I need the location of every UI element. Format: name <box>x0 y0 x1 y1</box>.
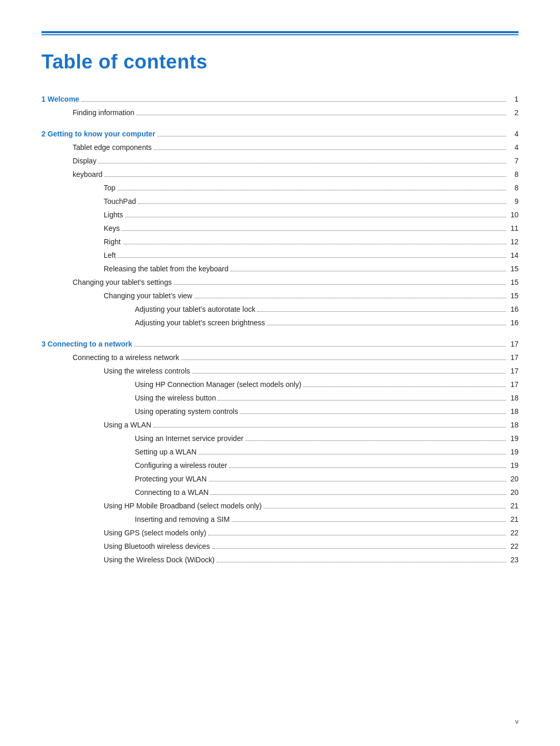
toc-dots-entry-tablet-edge <box>154 149 506 150</box>
toc-page-entry-setting-up-wlan: 19 <box>508 447 519 458</box>
toc-page-entry-display: 7 <box>508 156 519 167</box>
toc-label-entry-protecting-wlan: Protecting your WLAN <box>135 474 207 485</box>
toc-dots-entry-configuring-router <box>229 467 506 468</box>
toc-container: 1 Welcome1Finding information22 Getting … <box>41 94 519 565</box>
toc-entry-entry-changing-settings[interactable]: Changing your tablet’s settings15 <box>41 277 519 288</box>
toc-page-entry-using-os-controls: 18 <box>508 406 519 417</box>
toc-page-entry-using-wireless-button: 18 <box>508 393 519 404</box>
toc-page-entry-using-isp: 19 <box>508 433 519 444</box>
toc-entry-entry-left[interactable]: Left14 <box>41 250 519 261</box>
toc-label-entry-using-bluetooth: Using Bluetooth wireless devices <box>104 541 210 552</box>
toc-page-entry-adjusting-autorotate: 16 <box>508 304 519 315</box>
toc-page-section-1: 1 <box>508 94 519 105</box>
toc-page-section-3: 17 <box>508 339 519 350</box>
toc-label-entry-touchpad: TouchPad <box>104 196 136 207</box>
toc-dots-entry-keyboard <box>105 176 506 177</box>
toc-page-entry-using-gps: 22 <box>508 528 519 538</box>
toc-page-entry-changing-settings: 15 <box>508 277 519 288</box>
toc-entry-entry-releasing-tablet[interactable]: Releasing the tablet from the keyboard15 <box>41 264 519 274</box>
toc-entry-entry-right[interactable]: Right12 <box>41 237 519 247</box>
toc-label-entry-using-widock: Using the Wireless Dock (WiDock) <box>104 555 215 565</box>
toc-entry-entry-tablet-edge[interactable]: Tablet edge components4 <box>41 142 519 153</box>
toc-entry-section-3[interactable]: 3 Connecting to a network17 <box>41 339 519 350</box>
toc-entry-entry-connecting-wireless[interactable]: Connecting to a wireless network17 <box>41 352 519 363</box>
toc-dots-entry-left <box>118 257 506 258</box>
toc-entry-entry-using-isp[interactable]: Using an Internet service provider19 <box>41 433 519 444</box>
toc-dots-entry-using-gps <box>208 535 506 535</box>
toc-page-entry-right: 12 <box>508 237 519 247</box>
toc-entry-entry-adjusting-brightness[interactable]: Adjusting your tablet’s screen brightnes… <box>41 317 519 328</box>
toc-page-entry-keyboard: 8 <box>508 169 519 180</box>
toc-dots-entry-changing-settings <box>174 284 506 285</box>
toc-label-entry-inserting-sim: Inserting and removing a SIM <box>135 514 230 525</box>
toc-entry-entry-protecting-wlan[interactable]: Protecting your WLAN20 <box>41 474 519 485</box>
toc-entry-entry-changing-view[interactable]: Changing your tablet’s view15 <box>41 291 519 301</box>
toc-label-entry-adjusting-brightness: Adjusting your tablet’s screen brightnes… <box>135 317 265 328</box>
toc-entry-entry-lights[interactable]: Lights10 <box>41 210 519 220</box>
toc-label-entry-connecting-wlan: Connecting to a WLAN <box>135 487 208 498</box>
toc-dots-section-1 <box>81 101 506 102</box>
toc-label-entry-top: Top <box>104 183 116 194</box>
toc-dots-entry-using-wlan <box>153 427 506 427</box>
toc-entry-entry-using-gps[interactable]: Using GPS (select models only)22 <box>41 528 519 538</box>
toc-dots-entry-connecting-wlan <box>211 494 506 495</box>
toc-dots-entry-connecting-wireless <box>181 360 506 360</box>
toc-entry-entry-using-wireless-button[interactable]: Using the wireless button18 <box>41 393 519 404</box>
toc-dots-entry-top <box>118 190 506 190</box>
toc-dots-entry-right <box>123 244 506 244</box>
toc-dots-entry-using-wireless-controls <box>192 373 506 374</box>
toc-entry-section-1[interactable]: 1 Welcome1 <box>41 94 519 105</box>
toc-label-entry-tablet-edge: Tablet edge components <box>73 142 152 153</box>
top-border <box>41 31 519 33</box>
toc-entry-entry-inserting-sim[interactable]: Inserting and removing a SIM21 <box>41 514 519 525</box>
toc-entry-entry-using-wireless-controls[interactable]: Using the wireless controls17 <box>41 366 519 377</box>
toc-label-entry-using-os-controls: Using operating system controls <box>135 406 238 417</box>
toc-dots-section-3 <box>134 346 506 347</box>
toc-page-entry-using-hp-mobile: 21 <box>508 501 519 512</box>
toc-entry-entry-using-hp-mobile[interactable]: Using HP Mobile Broadband (select models… <box>41 501 519 512</box>
toc-entry-entry-using-bluetooth[interactable]: Using Bluetooth wireless devices22 <box>41 541 519 552</box>
toc-label-entry-configuring-router: Configuring a wireless router <box>135 460 227 471</box>
toc-label-entry-right: Right <box>104 237 121 247</box>
toc-label-section-2: 2 Getting to know your computer <box>41 129 155 140</box>
toc-entry-entry-top[interactable]: Top8 <box>41 183 519 194</box>
toc-dots-entry-finding-info <box>136 115 506 115</box>
toc-dots-entry-adjusting-autorotate <box>257 311 506 312</box>
toc-label-entry-lights: Lights <box>104 210 123 220</box>
toc-page-entry-using-wireless-controls: 17 <box>508 366 519 377</box>
toc-entry-entry-setting-up-wlan[interactable]: Setting up a WLAN19 <box>41 447 519 458</box>
toc-entry-entry-adjusting-autorotate[interactable]: Adjusting your tablet’s autorotate lock1… <box>41 304 519 315</box>
toc-entry-entry-finding-info[interactable]: Finding information2 <box>41 107 519 118</box>
toc-entry-entry-using-hp-connection[interactable]: Using HP Connection Manager (select mode… <box>41 379 519 390</box>
second-border <box>41 34 519 35</box>
toc-page-entry-connecting-wlan: 20 <box>508 487 519 498</box>
toc-page-entry-top: 8 <box>508 183 519 194</box>
toc-label-entry-keys: Keys <box>104 223 120 234</box>
toc-dots-entry-using-os-controls <box>240 413 506 414</box>
toc-dots-entry-using-isp <box>245 440 506 441</box>
toc-label-entry-changing-settings: Changing your tablet’s settings <box>73 277 172 288</box>
toc-dots-entry-using-hp-connection <box>303 386 506 387</box>
toc-entry-entry-connecting-wlan[interactable]: Connecting to a WLAN20 <box>41 487 519 498</box>
toc-entry-entry-keys[interactable]: Keys11 <box>41 223 519 234</box>
toc-entry-section-2[interactable]: 2 Getting to know your computer4 <box>41 129 519 140</box>
toc-label-entry-keyboard: keyboard <box>73 169 103 180</box>
toc-page-entry-left: 14 <box>508 250 519 261</box>
toc-entry-entry-using-os-controls[interactable]: Using operating system controls18 <box>41 406 519 417</box>
toc-label-entry-finding-info: Finding information <box>73 107 134 118</box>
toc-entry-entry-using-wlan[interactable]: Using a WLAN18 <box>41 420 519 431</box>
toc-label-entry-using-wireless-button: Using the wireless button <box>135 393 216 404</box>
toc-entry-entry-keyboard[interactable]: keyboard8 <box>41 169 519 180</box>
toc-page-entry-using-bluetooth: 22 <box>508 541 519 552</box>
toc-dots-entry-setting-up-wlan <box>199 454 506 454</box>
toc-label-entry-left: Left <box>104 250 116 261</box>
toc-entry-entry-display[interactable]: Display7 <box>41 156 519 167</box>
toc-entry-entry-touchpad[interactable]: TouchPad9 <box>41 196 519 207</box>
toc-label-section-1: 1 Welcome <box>41 94 79 105</box>
toc-dots-entry-using-widock <box>217 562 506 562</box>
toc-dots-entry-releasing-tablet <box>230 271 506 271</box>
toc-entry-entry-using-widock[interactable]: Using the Wireless Dock (WiDock)23 <box>41 555 519 565</box>
toc-entry-entry-configuring-router[interactable]: Configuring a wireless router19 <box>41 460 519 471</box>
toc-dots-entry-keys <box>122 230 506 231</box>
toc-label-section-3: 3 Connecting to a network <box>41 339 132 350</box>
